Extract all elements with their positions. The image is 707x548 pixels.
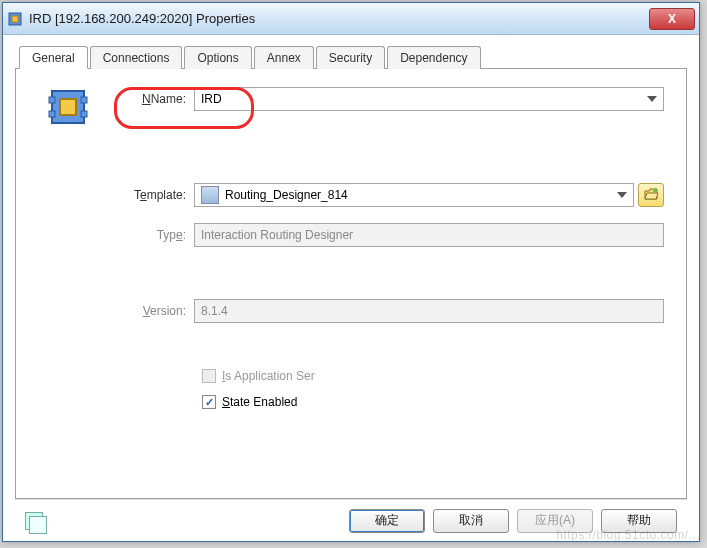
row-type: Type: Interaction Routing Designer: [98, 223, 664, 247]
is-app-server-label: Is Application Ser: [222, 369, 315, 383]
row-version: Version: 8.1.4: [98, 299, 664, 323]
window-title: IRD [192.168.200.249:2020] Properties: [29, 11, 649, 26]
window-buttons: X: [649, 8, 695, 30]
chevron-down-icon: [617, 192, 627, 198]
tab-annex[interactable]: Annex: [254, 46, 314, 69]
svg-rect-3: [60, 99, 76, 115]
version-field: 8.1.4: [194, 299, 664, 323]
template-open-button[interactable]: [638, 183, 664, 207]
chevron-down-icon: [647, 96, 657, 102]
folder-open-icon: [644, 188, 658, 203]
properties-window: IRD [192.168.200.249:2020] Properties X …: [2, 2, 700, 542]
svg-rect-1: [12, 16, 18, 22]
main-form: NName: IRD Template:: [98, 87, 664, 409]
apply-button: 应用(A): [517, 509, 593, 533]
svg-rect-6: [49, 111, 55, 117]
window-system-icon: [7, 11, 23, 27]
version-label: Version:: [98, 304, 194, 318]
application-component-icon: [48, 87, 88, 130]
tab-panel-general: NName: IRD Template:: [15, 68, 687, 499]
svg-rect-4: [49, 97, 55, 103]
cancel-button[interactable]: 取消: [433, 509, 509, 533]
help-button[interactable]: 帮助: [601, 509, 677, 533]
content-area: General Connections Options Annex Securi…: [3, 35, 699, 541]
row-name: NName: IRD: [98, 87, 664, 111]
template-combo[interactable]: Routing_Designer_814: [194, 183, 634, 207]
tabbar: General Connections Options Annex Securi…: [19, 45, 687, 68]
row-template: Template: Routing_Designer_814: [98, 183, 664, 207]
tab-connections[interactable]: Connections: [90, 46, 183, 69]
state-enabled-label: State Enabled: [222, 395, 297, 409]
tab-options[interactable]: Options: [184, 46, 251, 69]
type-value: Interaction Routing Designer: [201, 228, 353, 242]
name-label: NName:: [98, 92, 194, 106]
bottom-bar: 确定 取消 应用(A) 帮助: [15, 499, 687, 541]
checkbox-state-enabled[interactable]: [202, 395, 216, 409]
template-label: Template:: [98, 188, 194, 202]
type-field: Interaction Routing Designer: [194, 223, 664, 247]
copy-icon[interactable]: [25, 512, 43, 530]
type-label: Type:: [98, 228, 194, 242]
component-icon: [201, 186, 219, 204]
svg-point-8: [653, 189, 657, 193]
template-value: Routing_Designer_814: [225, 188, 348, 202]
name-value: IRD: [201, 92, 222, 106]
svg-rect-7: [81, 111, 87, 117]
checkbox-is-app-server: [202, 369, 216, 383]
tab-general[interactable]: General: [19, 46, 88, 69]
row-is-app-server: Is Application Ser: [202, 369, 664, 383]
ok-button[interactable]: 确定: [349, 509, 425, 533]
name-input[interactable]: IRD: [194, 87, 664, 111]
tab-dependency[interactable]: Dependency: [387, 46, 480, 69]
close-button[interactable]: X: [649, 8, 695, 30]
close-icon: X: [668, 12, 676, 26]
version-value: 8.1.4: [201, 304, 228, 318]
titlebar[interactable]: IRD [192.168.200.249:2020] Properties X: [3, 3, 699, 35]
row-state-enabled: State Enabled: [202, 395, 664, 409]
svg-rect-5: [81, 97, 87, 103]
tab-security[interactable]: Security: [316, 46, 385, 69]
app-icon-area: [38, 87, 98, 409]
